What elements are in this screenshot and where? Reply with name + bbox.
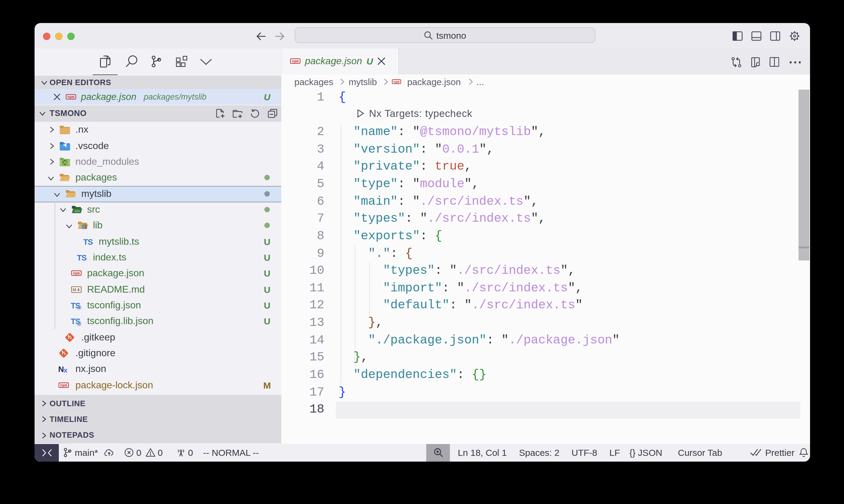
- svg-text:npm: npm: [73, 272, 80, 276]
- svg-text:JS: JS: [63, 161, 67, 164]
- svg-text:npm: npm: [60, 383, 67, 388]
- svg-text:npm: npm: [292, 60, 299, 64]
- svg-text:npm: npm: [394, 80, 400, 84]
- svg-text:</>: </>: [74, 209, 80, 213]
- svg-text:npm: npm: [68, 95, 74, 100]
- svg-text:M: M: [72, 287, 76, 292]
